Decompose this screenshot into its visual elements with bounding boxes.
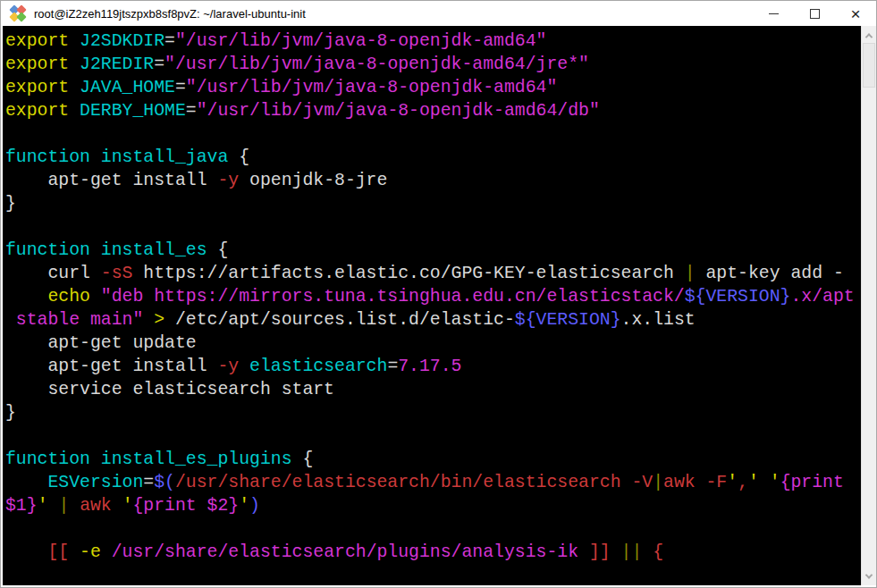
code-line: } <box>5 192 861 215</box>
window-title: root@iZ2zeh119jtszpxb8sf8pvZ: ~/laravel-… <box>34 7 306 21</box>
diamond-green <box>16 12 26 21</box>
code-line <box>5 122 861 146</box>
code-line: export DERBY_HOME="/usr/lib/jvm/java-8-o… <box>5 99 861 122</box>
titlebar[interactable]: root@iZ2zeh119jtszpxb8sf8pvZ: ~/laravel-… <box>1 1 876 26</box>
code-line: apt-get update <box>5 332 861 355</box>
code-line <box>5 424 861 448</box>
code-line: function install_es_plugins { <box>5 448 861 471</box>
code-line: ESVersion=$(/usr/share/elasticsearch/bin… <box>5 471 861 494</box>
code-line: export JAVA_HOME="/usr/lib/jvm/java-8-op… <box>5 76 861 99</box>
scroll-up-button[interactable] <box>862 28 876 43</box>
code-line: curl -sS https://artifacts.elastic.co/GP… <box>5 262 861 285</box>
app-logo-icon[interactable] <box>9 5 27 22</box>
minimize-button[interactable] <box>753 1 794 26</box>
terminal-content[interactable]: export J2SDKDIR="/usr/lib/jvm/java-8-ope… <box>3 26 861 585</box>
close-icon: × <box>850 5 860 22</box>
code-line: apt-get install -y openjdk-8-jre <box>5 169 861 192</box>
scrollbar[interactable] <box>861 26 876 585</box>
code-line <box>5 215 861 239</box>
code-line: stable main" > /etc/apt/sources.list.d/e… <box>5 308 861 332</box>
code-line: [[ -e /usr/share/elasticsearch/plugins/a… <box>5 541 861 564</box>
window-body: export J2SDKDIR="/usr/lib/jvm/java-8-ope… <box>1 26 876 587</box>
vim-statusbar: -- INSERT -- 26,44 48% <box>3 562 861 585</box>
scrollbar-thumb[interactable] <box>863 43 875 88</box>
code-line <box>5 517 861 541</box>
chevron-up-icon <box>865 33 873 40</box>
code-line: service elasticsearch start <box>5 378 861 401</box>
code-line: export J2REDIR="/usr/lib/jvm/java-8-open… <box>5 53 861 76</box>
maximize-icon <box>810 9 820 19</box>
code-line: function install_es { <box>5 239 861 262</box>
scroll-down-button[interactable] <box>862 568 876 584</box>
code-line: echo "deb https://mirrors.tuna.tsinghua.… <box>5 285 861 308</box>
minimize-icon <box>769 13 779 14</box>
maximize-button[interactable] <box>794 1 835 26</box>
code-line: export J2SDKDIR="/usr/lib/jvm/java-8-ope… <box>5 29 861 53</box>
close-button[interactable]: × <box>835 1 876 26</box>
code-line: function install_java { <box>5 146 861 169</box>
window-controls: × <box>753 1 876 26</box>
terminal-window: root@iZ2zeh119jtszpxb8sf8pvZ: ~/laravel-… <box>0 0 877 588</box>
code-line: } <box>5 401 861 424</box>
code-line: $1}' | awk '{print $2}') <box>5 494 861 517</box>
chevron-down-icon <box>865 571 873 578</box>
code-lines: export J2SDKDIR="/usr/lib/jvm/java-8-ope… <box>5 29 861 564</box>
code-line: apt-get install -y elasticsearch=7.17.5 <box>5 355 861 378</box>
